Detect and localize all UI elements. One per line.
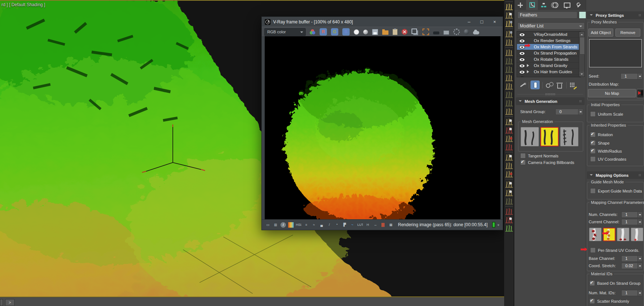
no-map-button[interactable]: No Map <box>588 89 636 97</box>
tab-modify[interactable] <box>526 0 538 10</box>
scatter-ball-icon[interactable] <box>505 180 513 188</box>
current-channel-field[interactable]: 1 <box>621 219 643 225</box>
clear-image-icon[interactable] <box>402 29 407 35</box>
strand-red-blocks-icon[interactable] <box>505 216 513 224</box>
hair-clump-icon[interactable] <box>505 99 513 107</box>
scatter-randomly-checkbox[interactable] <box>589 298 595 304</box>
strand-histogram-icon[interactable] <box>505 66 513 73</box>
strand-red-icon[interactable] <box>505 208 513 215</box>
width-radius-checkbox[interactable] <box>590 148 596 154</box>
settings-chip-icon[interactable] <box>443 30 449 35</box>
filter-icon[interactable]: * <box>334 222 340 228</box>
base-channel-field[interactable]: 1 <box>621 255 643 262</box>
bake-hair-icon[interactable] <box>505 20 513 27</box>
save-image-icon[interactable] <box>372 29 378 35</box>
visibility-eye-icon[interactable] <box>519 58 525 61</box>
seed-field[interactable]: 1 <box>621 73 643 79</box>
shape-checkbox[interactable] <box>590 140 596 146</box>
blue-channel-button[interactable]: B <box>342 28 350 36</box>
close-button[interactable]: × <box>489 19 500 25</box>
proxy-settings-rollout[interactable]: Proxy Settings <box>587 11 644 19</box>
mapping-options-rollout[interactable]: Mapping Options <box>587 171 644 179</box>
color-balance-icon[interactable]: ≡ <box>304 222 309 228</box>
num-mat-ids-field[interactable]: 1 <box>621 290 643 296</box>
mesh-generation-rollout[interactable]: Mesh Generation <box>516 97 585 105</box>
maxscript-prompt-button[interactable]: > <box>5 299 15 306</box>
strand-knot-icon[interactable] <box>505 197 513 205</box>
surface-comb-icon[interactable] <box>505 74 513 82</box>
lock-strands-icon[interactable] <box>505 30 513 38</box>
mesh-from-strands-icon[interactable] <box>505 126 513 134</box>
expand-chevron-icon[interactable]: » <box>496 224 500 225</box>
proxy-mesh-listbox[interactable] <box>589 39 642 67</box>
channel-dropdown[interactable]: RGB color <box>264 28 306 36</box>
uniform-scale-checkbox[interactable] <box>590 111 596 117</box>
stack-row-partial[interactable] <box>517 75 581 77</box>
visibility-eye-icon[interactable] <box>519 52 525 55</box>
mono-icon[interactable] <box>363 30 368 34</box>
propagate-strands-icon[interactable] <box>505 118 513 126</box>
pixel-stretch-icon[interactable]: ↔ <box>373 222 378 228</box>
background-image-icon[interactable]: ▛ <box>342 222 347 228</box>
num-channels-field[interactable]: 1 <box>621 212 643 218</box>
spinner[interactable] <box>637 290 642 296</box>
spinner[interactable] <box>637 263 642 269</box>
uv-coordinates-checkbox[interactable] <box>590 156 596 162</box>
copy-clipboard-icon[interactable] <box>392 29 398 35</box>
visibility-eye-icon[interactable] <box>519 33 525 37</box>
stack-row[interactable]: Ox Strand Propagation <box>517 50 581 56</box>
push-strands-icon[interactable] <box>505 135 513 142</box>
levels-icon[interactable]: ≈ <box>311 222 317 228</box>
info-icon[interactable]: i <box>280 222 286 228</box>
object-color-swatch[interactable] <box>579 11 586 19</box>
white-bg-icon[interactable] <box>354 29 359 35</box>
preview-window-icon[interactable]: ▭ <box>265 222 271 228</box>
hsl-icon[interactable]: HSL <box>296 222 301 228</box>
pencil-icon[interactable]: / <box>327 222 332 228</box>
strand-blocks-icon[interactable] <box>505 170 513 178</box>
per-strand-uv-checkbox[interactable] <box>590 247 596 253</box>
stack-scrollbar[interactable] <box>579 31 585 77</box>
sparse-guides-icon[interactable] <box>505 49 513 56</box>
configure-modifier-sets-icon[interactable] <box>569 81 577 89</box>
make-unique-icon[interactable] <box>545 81 553 89</box>
add-hair-icon[interactable] <box>505 3 513 11</box>
hair-properties-icon[interactable] <box>505 11 513 19</box>
cloud-icon[interactable] <box>473 31 479 34</box>
spinner[interactable] <box>637 74 642 79</box>
scroll-thumb[interactable] <box>580 37 585 55</box>
tab-motion[interactable] <box>550 0 561 10</box>
strand-hook-icon[interactable] <box>505 82 513 90</box>
proxy-mesh-type-button[interactable] <box>521 127 539 146</box>
tab-hierarchy[interactable] <box>538 0 550 10</box>
duplicate-buffer-icon[interactable] <box>412 29 417 34</box>
weed-strands-icon[interactable] <box>505 57 513 65</box>
red-channel-button[interactable]: R <box>320 28 327 36</box>
guides-icon[interactable] <box>505 38 513 46</box>
channels-venn-icon[interactable] <box>310 29 316 34</box>
billboard-mesh-type-button[interactable] <box>540 127 559 146</box>
guide-uv-button[interactable] <box>631 228 643 241</box>
maximize-button[interactable]: □ <box>477 19 487 25</box>
based-on-strand-group-checkbox[interactable] <box>589 280 595 286</box>
compare-icon[interactable]: ▌▌ <box>380 222 386 228</box>
expand-arrow-icon[interactable] <box>527 70 531 73</box>
show-end-result-icon[interactable] <box>531 81 540 89</box>
scroll-down-arrow[interactable] <box>579 72 584 76</box>
strand-uv-button[interactable] <box>617 228 629 241</box>
camera-facing-billboards-checkbox[interactable] <box>520 160 526 165</box>
visibility-eye-icon[interactable] <box>519 70 525 74</box>
vfb-title-bar[interactable]: V-Ray frame buffer - [100% of 640 x 480]… <box>262 17 503 27</box>
ball-distribute-icon[interactable] <box>505 153 513 161</box>
histogram-icon[interactable]: ▄ <box>319 222 324 228</box>
remove-button[interactable]: Remove <box>615 29 640 37</box>
rotation-checkbox[interactable] <box>590 132 596 137</box>
minimize-button[interactable]: – <box>464 19 474 25</box>
remove-modifier-icon[interactable] <box>556 81 564 89</box>
open-image-icon[interactable] <box>382 30 388 35</box>
visibility-eye-icon[interactable] <box>519 45 525 49</box>
green-channel-button[interactable]: G <box>331 28 338 36</box>
tab-create[interactable] <box>514 0 526 10</box>
color-clamp-icon[interactable] <box>492 222 495 228</box>
add-object-button[interactable]: Add Object <box>588 29 613 37</box>
